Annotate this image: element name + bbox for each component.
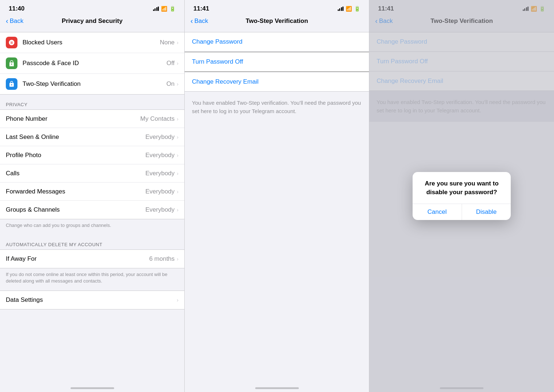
passcode-value: Off xyxy=(166,60,174,67)
data-settings-chevron: › xyxy=(177,297,178,303)
last-seen-value: Everybody xyxy=(145,133,174,141)
data-settings-item[interactable]: Data Settings › xyxy=(0,291,184,309)
passcode-svg xyxy=(8,60,15,67)
right-panel: 11:41 📶 🔋 ‹ Back Two-Step Verification xyxy=(369,0,554,392)
if-away-label: If Away For xyxy=(6,255,149,263)
turn-password-off-label-middle: Turn Password Off xyxy=(192,58,243,65)
groups-channels-item[interactable]: Groups & Channels Everybody › xyxy=(0,201,184,219)
privacy-section-header: PRIVACY xyxy=(0,95,184,109)
twostep-chevron: › xyxy=(177,81,178,87)
passcode-label: Passcode & Face ID xyxy=(23,60,166,67)
passcode-chevron: › xyxy=(177,60,178,66)
phone-number-chevron: › xyxy=(177,116,178,122)
blocked-users-value: None xyxy=(160,39,175,46)
change-recovery-label-middle: Change Recovery Email xyxy=(192,78,258,85)
status-bar-left: 11:40 📶 🔋 xyxy=(0,0,184,15)
status-icons-middle: 📶 🔋 xyxy=(338,6,361,12)
status-time-middle: 11:41 xyxy=(193,5,209,12)
dialog-title: Are you sure you want to disable your pa… xyxy=(418,179,505,197)
change-password-item-middle[interactable]: Change Password xyxy=(185,32,369,52)
settings-list: Blocked Users None › Passcode & Face ID … xyxy=(0,32,184,95)
profile-photo-value: Everybody xyxy=(145,152,174,159)
battery-icon-left: 🔋 xyxy=(169,6,176,12)
if-away-value: 6 months xyxy=(149,255,174,263)
nav-bar-left: ‹ Back Privacy and Security xyxy=(0,15,184,29)
nav-bar-middle: ‹ Back Two-Step Verification xyxy=(185,15,369,29)
twostep-icon xyxy=(6,78,17,90)
change-password-label-middle: Change Password xyxy=(192,38,242,45)
privacy-list: Phone Number My Contacts › Last Seen & O… xyxy=(0,109,184,219)
dialog-box: Are you sure you want to disable your pa… xyxy=(413,172,511,220)
calls-chevron: › xyxy=(177,171,178,176)
dialog-actions: Cancel Disable xyxy=(413,204,511,220)
back-button-left[interactable]: ‹ Back xyxy=(6,17,23,25)
forwarded-messages-item[interactable]: Forwarded Messages Everybody › xyxy=(0,183,184,201)
twostep-label: Two-Step Verification xyxy=(23,80,166,88)
spacer-left-top xyxy=(0,29,184,32)
status-icons-left: 📶 🔋 xyxy=(153,6,176,12)
turn-password-off-item-middle[interactable]: Turn Password Off xyxy=(185,52,369,72)
auto-list: If Away For 6 months › xyxy=(0,249,184,268)
twostep-item[interactable]: Two-Step Verification On › xyxy=(0,74,184,94)
signal-icon-middle xyxy=(338,7,344,11)
status-time-left: 11:40 xyxy=(9,5,24,12)
calls-label: Calls xyxy=(6,170,145,177)
blocked-users-item[interactable]: Blocked Users None › xyxy=(0,32,184,53)
spacer-middle-top xyxy=(185,29,369,32)
twostep-svg xyxy=(8,81,15,87)
dialog-content: Are you sure you want to disable your pa… xyxy=(413,172,511,204)
twostep-menu-middle: Change Password Turn Password Off Change… xyxy=(185,32,369,92)
turn-password-off-row-middle[interactable]: Turn Password Off xyxy=(185,52,369,71)
blocked-users-chevron: › xyxy=(177,40,178,45)
left-panel: 11:40 📶 🔋 ‹ Back Privacy and Security xyxy=(0,0,185,392)
forwarded-messages-value: Everybody xyxy=(145,188,174,195)
change-password-row-middle[interactable]: Change Password xyxy=(185,32,369,51)
wifi-icon-left: 📶 xyxy=(161,6,167,12)
auto-section-header: AUTOMATICALLY DELETE MY ACCOUNT xyxy=(0,235,184,249)
forwarded-messages-label: Forwarded Messages xyxy=(6,188,145,195)
blocked-svg xyxy=(8,39,15,46)
disable-button[interactable]: Disable xyxy=(462,204,511,220)
data-settings-label: Data Settings xyxy=(6,296,177,304)
change-recovery-row-middle[interactable]: Change Recovery Email xyxy=(185,72,369,91)
forwarded-messages-chevron: › xyxy=(177,189,178,195)
last-seen-label: Last Seen & Online xyxy=(6,133,145,141)
phone-number-value: My Contacts xyxy=(140,115,174,123)
passcode-item[interactable]: Passcode & Face ID Off › xyxy=(0,53,184,74)
back-label-middle: Back xyxy=(194,17,208,25)
calls-item[interactable]: Calls Everybody › xyxy=(0,164,184,183)
privacy-footer: Change who can add you to groups and cha… xyxy=(0,219,184,235)
back-label-left: Back xyxy=(10,17,24,25)
twostep-description-middle: You have enabled Two-Step verification. … xyxy=(185,92,369,123)
calls-value: Everybody xyxy=(145,170,174,177)
groups-channels-label: Groups & Channels xyxy=(6,206,145,213)
groups-channels-chevron: › xyxy=(177,207,178,213)
if-away-chevron: › xyxy=(177,256,178,262)
battery-icon-middle: 🔋 xyxy=(354,6,360,12)
profile-photo-label: Profile Photo xyxy=(6,152,145,159)
last-seen-chevron: › xyxy=(177,134,178,140)
blocked-users-label: Blocked Users xyxy=(23,39,160,46)
dialog-overlay: Are you sure you want to disable your pa… xyxy=(369,0,554,392)
last-seen-item[interactable]: Last Seen & Online Everybody › xyxy=(0,128,184,146)
cancel-button[interactable]: Cancel xyxy=(413,204,462,220)
phone-number-item[interactable]: Phone Number My Contacts › xyxy=(0,110,184,128)
passcode-icon xyxy=(6,57,17,69)
profile-photo-chevron: › xyxy=(177,152,178,158)
nav-title-left: Privacy and Security xyxy=(62,17,123,25)
back-button-middle[interactable]: ‹ Back xyxy=(190,17,208,25)
blocked-icon xyxy=(6,37,17,48)
groups-channels-value: Everybody xyxy=(145,206,174,213)
status-bar-middle: 11:41 📶 🔋 xyxy=(185,0,369,15)
auto-footer: If you do not come online at least once … xyxy=(0,268,184,290)
data-settings-list: Data Settings › xyxy=(0,291,184,309)
signal-icon-left xyxy=(153,7,159,11)
nav-title-middle: Two-Step Verification xyxy=(246,17,308,25)
twostep-value: On xyxy=(166,80,175,88)
chevron-left-icon-middle: ‹ xyxy=(190,17,193,25)
change-recovery-item-middle[interactable]: Change Recovery Email xyxy=(185,72,369,92)
profile-photo-item[interactable]: Profile Photo Everybody › xyxy=(0,146,184,164)
home-indicator-middle xyxy=(255,387,299,389)
if-away-item[interactable]: If Away For 6 months › xyxy=(0,250,184,268)
home-indicator-left xyxy=(71,387,114,389)
